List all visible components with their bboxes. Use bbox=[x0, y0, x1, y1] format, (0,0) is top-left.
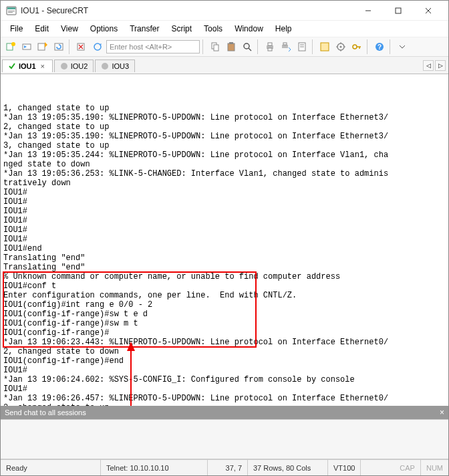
print-screen-icon[interactable] bbox=[279, 39, 293, 54]
terminal-line: IOU1#end bbox=[3, 244, 446, 253]
terminal-line: Enter configuration commands, one per li… bbox=[3, 291, 446, 300]
paste-icon[interactable] bbox=[224, 39, 239, 54]
global-options-icon[interactable] bbox=[333, 39, 348, 54]
terminal-line: IOU1# bbox=[3, 188, 446, 197]
terminal-line: % Unknown command or computer name, or u… bbox=[3, 272, 446, 281]
status-bar: Ready Telnet: 10.10.10.10 37, 7 37 Rows,… bbox=[1, 459, 448, 475]
tab-status-icon bbox=[60, 62, 68, 70]
svg-point-44 bbox=[102, 63, 108, 70]
terminal-line: *Jan 13 19:06:26.457: %LINEPROTO-5-UPDOW… bbox=[3, 394, 446, 403]
terminal-line: tratively down bbox=[3, 178, 446, 188]
terminal-line: IOU1# bbox=[3, 384, 446, 394]
tab-right-icon[interactable]: ▷ bbox=[435, 60, 446, 71]
terminal-line: 2, changed state to up bbox=[3, 122, 446, 132]
svg-rect-11 bbox=[38, 43, 45, 50]
session-options-icon[interactable] bbox=[317, 39, 332, 54]
key-icon[interactable] bbox=[349, 39, 364, 54]
terminal-line: IOU1(config)#int rang e 0/0 - 2 bbox=[3, 300, 446, 310]
terminal-line: *Jan 13 19:06:23.443: %LINEPROTO-5-UPDOW… bbox=[3, 338, 446, 347]
menu-script[interactable]: Script bbox=[166, 23, 197, 35]
terminal-line: 1, changed state to up bbox=[3, 104, 446, 113]
terminal-line: 2, changed state to down bbox=[3, 347, 446, 356]
toolbar: Enter host <Alt+R> ? bbox=[1, 37, 448, 57]
svg-rect-1 bbox=[7, 7, 15, 9]
menu-window[interactable]: Window bbox=[229, 23, 269, 35]
terminal-line: IOU1(config-if-range)#end bbox=[3, 356, 446, 366]
tab-close-icon[interactable]: × bbox=[39, 62, 47, 70]
maximize-button[interactable] bbox=[383, 1, 413, 20]
terminal-line: IOU1# bbox=[3, 197, 446, 207]
menu-bar: File Edit View Options Transfer Script T… bbox=[1, 21, 448, 37]
new-session-icon[interactable] bbox=[3, 39, 18, 54]
terminal-line: IOU1# bbox=[3, 207, 446, 216]
terminal-line: *Jan 13 19:06:24.602: %SYS-5-CONFIG_I: C… bbox=[3, 375, 446, 384]
terminal-line: Translating "end" bbox=[3, 263, 446, 272]
svg-rect-31 bbox=[321, 43, 329, 51]
chat-input-area[interactable] bbox=[1, 419, 448, 459]
svg-rect-19 bbox=[228, 43, 235, 51]
title-bar: IOU1 - SecureCRT bbox=[1, 1, 448, 21]
menu-options[interactable]: Options bbox=[85, 23, 123, 35]
tab-label: IOU3 bbox=[112, 62, 129, 70]
terminal-line: IOU1# bbox=[3, 216, 446, 225]
minimize-button[interactable] bbox=[353, 1, 383, 20]
svg-rect-3 bbox=[8, 12, 13, 13]
tab-left-icon[interactable]: ◁ bbox=[423, 60, 434, 71]
terminal-line: 3, changed state to up bbox=[3, 141, 446, 150]
tab-iou3[interactable]: IOU3 bbox=[95, 60, 135, 72]
help-icon[interactable]: ? bbox=[372, 39, 387, 54]
terminal-line: IOU1(config-if-range)#sw m t bbox=[3, 319, 446, 328]
tab-iou1[interactable]: IOU1 × bbox=[2, 60, 53, 72]
terminal-line: 2, changed state to up bbox=[3, 403, 446, 406]
print-icon[interactable] bbox=[263, 39, 277, 54]
menu-edit[interactable]: Edit bbox=[29, 23, 54, 35]
chat-panel-header: Send chat to all sessions × bbox=[1, 406, 448, 419]
find-icon[interactable] bbox=[240, 39, 255, 54]
tab-label: IOU1 bbox=[19, 62, 36, 70]
toolbar-options-icon[interactable] bbox=[395, 39, 410, 54]
terminal-line: IOU1(config-if-range)#sw t e d bbox=[3, 310, 446, 319]
terminal-line: IOU1# bbox=[3, 366, 446, 375]
svg-rect-18 bbox=[214, 45, 218, 51]
svg-rect-27 bbox=[283, 43, 287, 45]
svg-point-38 bbox=[353, 45, 357, 49]
status-ready: Ready bbox=[1, 460, 101, 475]
terminal-line: *Jan 13 19:05:35.190: %LINEPROTO-5-UPDOW… bbox=[3, 132, 446, 141]
terminal-output[interactable]: 1, changed state to up*Jan 13 19:05:35.1… bbox=[1, 74, 448, 406]
chat-close-icon[interactable]: × bbox=[440, 408, 444, 417]
reconnect-all-icon[interactable] bbox=[90, 39, 105, 54]
menu-file[interactable]: File bbox=[5, 23, 28, 35]
menu-view[interactable]: View bbox=[55, 23, 84, 35]
terminal-line: nged state to down bbox=[3, 160, 446, 169]
svg-rect-2 bbox=[8, 11, 15, 11]
svg-point-43 bbox=[61, 63, 67, 70]
terminal-line: *Jan 13 19:05:36.253: %LINK-5-CHANGED: I… bbox=[3, 169, 446, 178]
tab-iou2[interactable]: IOU2 bbox=[54, 60, 94, 72]
status-connection: Telnet: 10.10.10.10 bbox=[101, 460, 208, 475]
menu-help[interactable]: Help bbox=[270, 23, 297, 35]
reconnect-icon[interactable] bbox=[51, 39, 66, 54]
svg-rect-26 bbox=[282, 45, 288, 48]
window-title: IOU1 - SecureCRT bbox=[21, 6, 353, 15]
terminal-line: Translating "end" bbox=[3, 253, 446, 263]
copy-icon[interactable] bbox=[208, 39, 222, 54]
svg-rect-25 bbox=[268, 48, 272, 51]
tab-status-icon bbox=[8, 62, 16, 70]
svg-rect-5 bbox=[396, 8, 401, 13]
menu-transfer[interactable]: Transfer bbox=[124, 23, 164, 35]
host-input[interactable]: Enter host <Alt+R> bbox=[106, 40, 200, 53]
quick-connect-icon[interactable] bbox=[35, 39, 50, 54]
status-cursor: 37, 7 bbox=[208, 460, 248, 475]
status-emulation: VT100 bbox=[328, 460, 361, 475]
disconnect-icon[interactable] bbox=[74, 39, 89, 54]
terminal-line: *Jan 13 19:05:35.244: %LINEPROTO-5-UPDOW… bbox=[3, 150, 446, 160]
svg-line-22 bbox=[249, 48, 251, 51]
connect-icon[interactable] bbox=[19, 39, 34, 54]
terminal-line: *Jan 13 19:05:35.190: %LINEPROTO-5-UPDOW… bbox=[3, 113, 446, 122]
close-button[interactable] bbox=[413, 1, 443, 20]
status-size: 37 Rows, 80 Cols bbox=[248, 460, 328, 475]
app-icon bbox=[6, 5, 17, 16]
menu-tools[interactable]: Tools bbox=[198, 23, 228, 35]
chat-title: Send chat to all sessions bbox=[5, 408, 86, 416]
log-icon[interactable] bbox=[295, 39, 309, 54]
